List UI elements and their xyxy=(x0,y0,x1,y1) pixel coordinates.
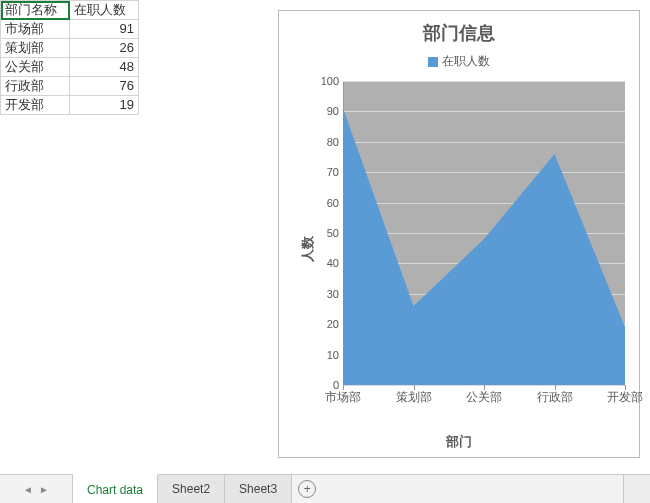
legend-label: 在职人数 xyxy=(442,54,490,68)
x-tick-label: 开发部 xyxy=(607,389,643,406)
sheet-tab-bar: ◄ ► Chart data Sheet2 Sheet3 + xyxy=(0,474,650,503)
nav-next-icon[interactable]: ► xyxy=(39,484,49,495)
x-tick-label: 公关部 xyxy=(466,389,502,406)
plus-icon: + xyxy=(298,480,316,498)
area-series xyxy=(343,108,625,385)
y-tick-label: 10 xyxy=(327,349,339,361)
y-tick-label: 20 xyxy=(327,318,339,330)
cell-dept[interactable]: 市场部 xyxy=(1,20,70,39)
tab-nav-arrows[interactable]: ◄ ► xyxy=(0,475,73,503)
header-dept[interactable]: 部门名称 xyxy=(1,1,70,20)
x-tick-label: 行政部 xyxy=(537,389,573,406)
cell-count[interactable]: 76 xyxy=(70,77,139,96)
x-axis-label: 部门 xyxy=(279,433,639,451)
add-sheet-button[interactable]: + xyxy=(292,475,322,503)
cell-dept[interactable]: 公关部 xyxy=(1,58,70,77)
tab-sheet3[interactable]: Sheet3 xyxy=(225,475,292,503)
legend-swatch-icon xyxy=(428,57,438,67)
y-tick-label: 60 xyxy=(327,197,339,209)
cell-count[interactable]: 26 xyxy=(70,39,139,58)
cell-count[interactable]: 91 xyxy=(70,20,139,39)
cell-dept[interactable]: 行政部 xyxy=(1,77,70,96)
cell-dept[interactable]: 策划部 xyxy=(1,39,70,58)
data-table: 部门名称 在职人数 市场部 91 策划部 26 公关部 48 行政部 76 开发… xyxy=(0,0,139,115)
chart-container[interactable]: 部门信息 在职人数 人数 0102030405060708090100市场部策划… xyxy=(278,10,640,458)
table-row[interactable]: 行政部 76 xyxy=(1,77,139,96)
y-tick-label: 30 xyxy=(327,288,339,300)
y-tick-label: 80 xyxy=(327,136,339,148)
worksheet-area[interactable]: 部门名称 在职人数 市场部 91 策划部 26 公关部 48 行政部 76 开发… xyxy=(0,0,650,475)
y-tick-label: 40 xyxy=(327,257,339,269)
table-row[interactable]: 策划部 26 xyxy=(1,39,139,58)
tab-chart-data[interactable]: Chart data xyxy=(73,474,158,504)
chart-legend: 在职人数 xyxy=(279,53,639,70)
x-tick-label: 策划部 xyxy=(396,389,432,406)
tab-scroll-spacer xyxy=(623,475,650,503)
y-tick-label: 70 xyxy=(327,166,339,178)
tab-sheet2[interactable]: Sheet2 xyxy=(158,475,225,503)
cell-count[interactable]: 19 xyxy=(70,96,139,115)
cell-count[interactable]: 48 xyxy=(70,58,139,77)
y-tick-label: 90 xyxy=(327,105,339,117)
table-row[interactable]: 公关部 48 xyxy=(1,58,139,77)
x-tick-label: 市场部 xyxy=(325,389,361,406)
table-row[interactable]: 市场部 91 xyxy=(1,20,139,39)
y-tick-label: 100 xyxy=(321,75,339,87)
chart-title: 部门信息 xyxy=(279,21,639,45)
plot-area: 0102030405060708090100市场部策划部公关部行政部开发部 xyxy=(343,81,625,385)
y-axis-label: 人数 xyxy=(299,236,317,262)
y-tick-label: 50 xyxy=(327,227,339,239)
table-row[interactable]: 开发部 19 xyxy=(1,96,139,115)
nav-prev-icon[interactable]: ◄ xyxy=(23,484,33,495)
cell-dept[interactable]: 开发部 xyxy=(1,96,70,115)
header-count[interactable]: 在职人数 xyxy=(70,1,139,20)
